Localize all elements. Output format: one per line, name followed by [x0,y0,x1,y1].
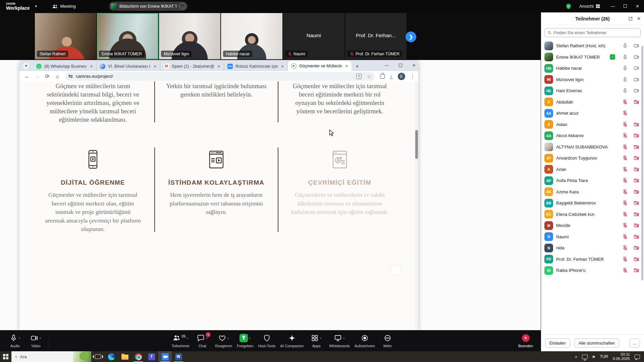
network-icon[interactable] [582,355,588,359]
restore-button[interactable] [624,4,627,9]
mic-status-icon[interactable] [622,99,628,105]
camera-status-icon[interactable] [634,200,639,206]
mic-status-icon[interactable] [622,167,628,172]
camera-status-icon[interactable] [634,234,639,240]
participants-button[interactable]: 26∧ Teilnehmer [169,330,192,351]
invite-button[interactable]: Einladen [545,339,570,348]
browser-menu-icon[interactable]: ⋮ [410,74,415,79]
mic-status-icon[interactable] [622,223,628,228]
site-settings-icon[interactable] [68,75,73,77]
chrome-button[interactable] [131,351,145,362]
bookmark-star-icon[interactable]: ☆ [367,74,371,79]
home-button[interactable]: ⌂ [53,73,62,79]
start-button[interactable] [0,351,11,362]
end-meeting-button[interactable]: ✕ Beenden [515,330,536,351]
participant-row[interactable]: BB Baygeldi Bektemirov ↑ [541,197,644,209]
participant-row[interactable]: HN Habibe nacar ↑ [541,63,644,74]
mic-status-icon[interactable] [622,267,628,273]
mic-status-icon[interactable] [622,200,628,206]
host-tools-button[interactable]: Host-Tools [256,330,278,351]
participant-row[interactable]: PD Prof. Dr. Ferhan TÜMER ↑ [541,254,644,265]
mic-status-icon[interactable] [622,178,628,183]
camera-status-icon[interactable] [634,155,639,161]
ai-companion-button[interactable]: AI Companion [278,330,306,351]
mic-status-icon[interactable] [622,77,628,82]
mic-status-icon[interactable] [622,43,628,49]
apps-button[interactable]: ∧ Apps [306,330,327,351]
mic-status-icon[interactable] [622,65,628,71]
participant-search-input[interactable] [553,31,638,35]
download-icon[interactable]: ↓ [390,74,393,79]
edge-button[interactable] [105,351,118,362]
view-button[interactable]: Ansicht [579,4,600,9]
camera-status-icon[interactable] [634,223,639,228]
volume-icon[interactable]: 🕪 [592,354,595,359]
next-videos-button[interactable]: ❯ [406,32,416,42]
participant-search[interactable] [544,28,641,37]
tab-meeting[interactable]: Meeting [52,4,75,9]
reactions-button[interactable]: ∧ Reagieren [213,330,234,351]
screen-share-pill[interactable]: Bildschirm von Emine İKİKAT TÜ … [109,2,187,11]
participant-row[interactable]: A Aidan ↑ [541,119,644,130]
back-button[interactable]: ← [23,73,32,79]
profile-avatar[interactable]: E [398,73,405,80]
browser-tab[interactable]: Göçmenler ve Mülteciler için Ta ✕ [288,61,352,71]
camera-status-icon[interactable] [634,88,639,94]
participant-row[interactable]: ALTYNAI SUBANBEKOVA ↑ [541,141,644,153]
mic-status-icon[interactable] [622,144,628,150]
close-button[interactable]: ✕ [636,4,639,9]
file-explorer-button[interactable] [118,351,131,362]
record-button[interactable]: Aufzeichnen [352,330,377,351]
mic-status-icon[interactable] [622,133,628,138]
language-indicator[interactable]: TUR [600,354,608,359]
scrollbar-thumb[interactable] [415,130,418,159]
participant-row[interactable]: MI Mürüvvet Ilgın ↑ [541,74,644,85]
video-tile[interactable]: Emine İKİKAT TÜMER [97,13,158,59]
address-bar[interactable]: camras.eu/project/ G ☆ [65,72,375,81]
mic-status-icon[interactable] [622,54,628,60]
participant-row[interactable]: AT Anvardcon Tuygunov ↑ [541,153,644,164]
minimize-button[interactable]: — [610,4,615,9]
browser-tab[interactable]: VI. Bilsel Uluslararası Ahlat Bilim ✕ [97,62,160,71]
camera-status-icon[interactable] [634,122,639,127]
mute-all-button[interactable]: Alle stummschalten [574,339,619,348]
translate-icon[interactable]: G [356,74,362,79]
browser-close-button[interactable]: ✕ [412,63,416,68]
mic-status-icon[interactable] [622,189,628,195]
video-tile[interactable]: Habibe nacar [221,13,282,59]
tab-close-icon[interactable]: ✕ [344,64,349,68]
taskbar-search[interactable]: ⌕ Ara [11,351,91,362]
whiteboards-button[interactable]: ∧ Whiteboards [327,330,352,351]
participant-row[interactable]: N nida ↑ [541,242,644,254]
panel-more-button[interactable]: … [630,339,640,348]
share-screen-button[interactable]: ∧ Freigeben [234,330,256,351]
new-tab-button[interactable]: + [354,63,361,71]
tab-search-chevron[interactable]: ▼ [23,63,30,69]
participant-row[interactable]: HE Hani Elserrac ↑ [541,85,644,97]
participant-row[interactable]: A Arlan ↑ [541,164,644,175]
camera-status-icon[interactable] [634,77,639,82]
camera-status-icon[interactable] [634,267,639,273]
scroll-top-button[interactable] [390,264,401,276]
video-tile[interactable]: Prof. Dr. Ferhan... Prof. Dr. Ferhan TÜM… [345,13,407,59]
word-button[interactable]: W [172,351,185,362]
participant-row[interactable]: Stefan Rathert (Host, ich) ↑ [541,40,644,52]
participant-row[interactable]: RI Rabia iPhone'u ↑ [541,265,644,276]
camera-status-icon[interactable] [634,178,639,183]
extensions-icon[interactable] [380,74,385,79]
browser-tab[interactable]: Spam (2) - 2katumer@gmail.co ✕ [160,62,224,71]
teams-button[interactable]: T [145,351,158,362]
participant-row[interactable]: AA Akcol Akbarov ↑ [541,130,644,141]
tab-close-icon[interactable]: ✕ [217,64,221,69]
clock[interactable]: 20:11 9.05.2025 [613,352,630,361]
panel-scrollbar[interactable] [641,46,643,281]
mic-status-icon[interactable] [622,256,628,262]
participant-row[interactable]: AP Asifa Pinta Tiara ↑ [541,175,644,186]
camera-status-icon[interactable] [634,167,639,172]
panel-close-icon[interactable]: ✕ [637,16,641,21]
share-options-icon[interactable]: … [179,3,185,9]
tab-close-icon[interactable]: ✕ [280,64,285,69]
mic-status-icon[interactable] [622,212,628,217]
camera-status-icon[interactable] [634,189,639,195]
camera-status-icon[interactable] [634,144,639,150]
